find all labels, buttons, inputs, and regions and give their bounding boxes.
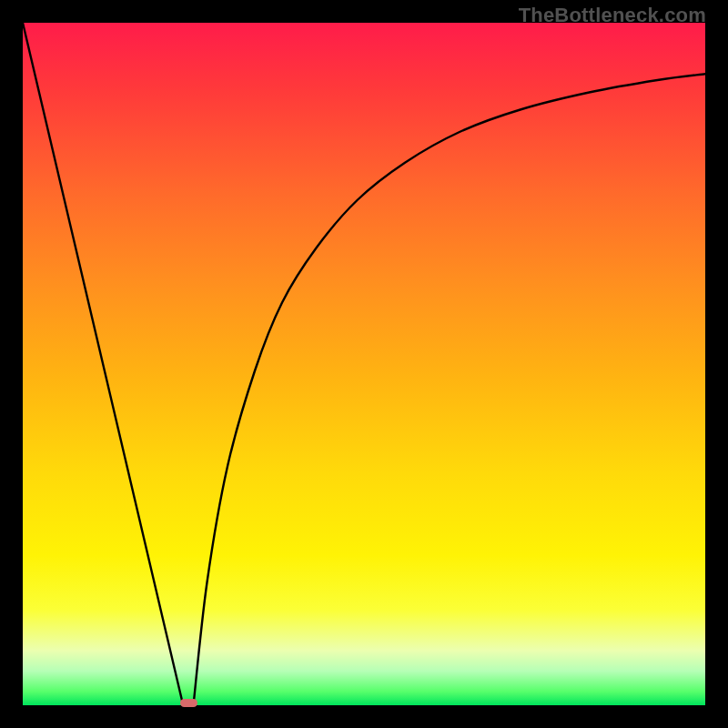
minimum-marker [180, 699, 198, 707]
curve-svg [23, 23, 705, 705]
curve-left-branch [23, 23, 183, 705]
watermark-text: TheBottleneck.com [519, 4, 706, 27]
curve-right-branch [194, 74, 706, 705]
chart-frame: TheBottleneck.com [0, 0, 728, 728]
plot-area [23, 23, 705, 705]
